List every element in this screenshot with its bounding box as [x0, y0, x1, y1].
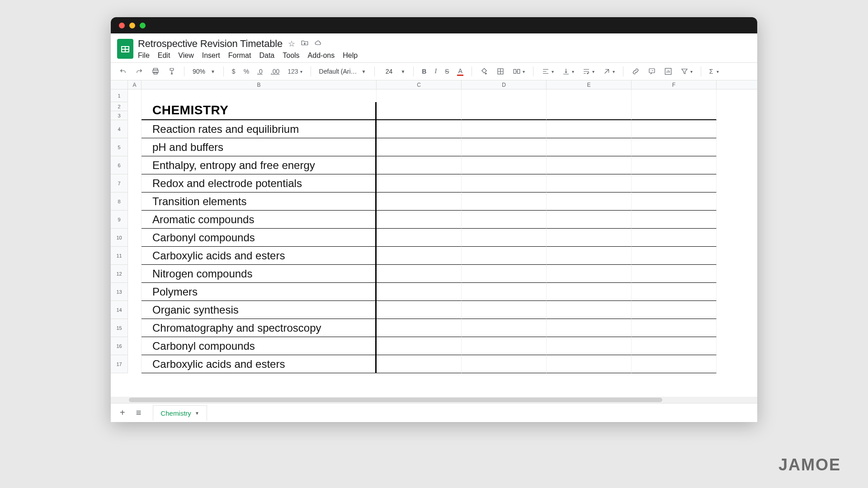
filter-button[interactable]: ▾ [679, 66, 694, 77]
cell[interactable] [377, 337, 462, 355]
cell[interactable] [547, 319, 632, 337]
cell[interactable] [142, 89, 377, 102]
cell[interactable]: Carbonyl compounds [142, 229, 377, 247]
h-align-button[interactable]: ▾ [540, 66, 556, 77]
italic-button[interactable]: I [433, 66, 439, 77]
cell[interactable] [462, 301, 547, 319]
cell[interactable] [377, 247, 462, 265]
cell[interactable] [632, 229, 717, 247]
row-header[interactable]: 11 [111, 247, 127, 265]
functions-button[interactable]: Σ ▾ [708, 66, 721, 77]
cell[interactable] [547, 120, 632, 138]
row-header[interactable]: 16 [111, 337, 127, 355]
v-align-button[interactable]: ▾ [560, 66, 576, 77]
col-header-a[interactable]: A [128, 80, 142, 89]
cell[interactable] [128, 319, 142, 337]
cell[interactable] [128, 229, 142, 247]
cell[interactable] [462, 247, 547, 265]
cell[interactable] [462, 265, 547, 283]
cell[interactable] [632, 102, 717, 111]
cell[interactable] [547, 247, 632, 265]
row-header[interactable]: 10 [111, 229, 127, 247]
cell[interactable]: Carbonyl compounds [142, 337, 377, 355]
menu-tools[interactable]: Tools [283, 52, 299, 60]
row-header[interactable]: 9 [111, 211, 127, 229]
scrollbar-thumb[interactable] [129, 398, 662, 402]
cell[interactable] [547, 265, 632, 283]
cell[interactable]: Nitrogen compounds [142, 265, 377, 283]
horizontal-scrollbar[interactable] [111, 397, 757, 403]
cell[interactable] [547, 283, 632, 301]
zoom-dropdown[interactable]: 90% ▼ [191, 66, 217, 77]
window-maximize-icon[interactable] [140, 23, 146, 28]
cell[interactable] [462, 355, 547, 373]
cell[interactable] [128, 211, 142, 229]
cell[interactable] [377, 283, 462, 301]
star-icon[interactable]: ☆ [288, 39, 295, 49]
cell[interactable] [547, 337, 632, 355]
cell[interactable] [377, 120, 462, 138]
cell[interactable] [462, 111, 547, 120]
select-all-corner[interactable] [111, 80, 128, 89]
cell[interactable] [632, 319, 717, 337]
redo-button[interactable] [133, 66, 145, 77]
cell[interactable] [462, 89, 547, 102]
cell[interactable] [377, 301, 462, 319]
increase-decimal-button[interactable]: .00 [269, 66, 281, 77]
cell-grid[interactable]: CHEMISTRYReaction rates and equilibriump… [128, 89, 757, 397]
cell[interactable] [462, 138, 547, 156]
cell[interactable] [462, 156, 547, 174]
cell[interactable] [632, 283, 717, 301]
cell[interactable] [128, 89, 142, 102]
spreadsheet-area[interactable]: A B C D E F 1234567891011121314151617 CH… [111, 80, 757, 397]
row-header[interactable]: 14 [111, 301, 127, 319]
currency-button[interactable]: $ [230, 66, 237, 77]
cell[interactable]: pH and buffers [142, 138, 377, 156]
cell[interactable] [128, 265, 142, 283]
borders-button[interactable] [495, 66, 506, 77]
row-header[interactable]: 3 [111, 111, 127, 120]
window-minimize-icon[interactable] [129, 23, 135, 28]
cell[interactable]: Enthalpy, entropy and free energy [142, 156, 377, 174]
cell[interactable] [377, 102, 462, 111]
cell[interactable] [547, 355, 632, 373]
cell[interactable] [128, 355, 142, 373]
cell[interactable] [128, 111, 142, 120]
cell[interactable]: Reaction rates and equilibrium [142, 120, 377, 138]
cloud-status-icon[interactable] [314, 39, 322, 49]
cell[interactable] [377, 138, 462, 156]
cell[interactable] [632, 265, 717, 283]
cell[interactable] [632, 211, 717, 229]
row-header[interactable]: 6 [111, 156, 127, 174]
undo-button[interactable] [117, 66, 129, 77]
sheets-logo-icon[interactable] [117, 39, 133, 59]
menu-addons[interactable]: Add-ons [308, 52, 335, 60]
row-header[interactable]: 17 [111, 355, 127, 373]
menu-view[interactable]: View [178, 52, 193, 60]
row-header[interactable]: 13 [111, 283, 127, 301]
text-color-button[interactable]: A [455, 66, 465, 78]
cell[interactable] [377, 319, 462, 337]
cell[interactable] [128, 337, 142, 355]
font-size-dropdown[interactable]: 24 ▼ [381, 66, 407, 77]
cell[interactable] [462, 337, 547, 355]
cell[interactable] [462, 174, 547, 192]
insert-comment-button[interactable] [646, 66, 658, 77]
menu-file[interactable]: File [138, 52, 150, 60]
print-button[interactable] [150, 66, 161, 77]
document-title[interactable]: Retrospective Revision Timetable [138, 38, 283, 50]
number-format-dropdown[interactable]: 123▾ [286, 66, 304, 77]
fill-color-button[interactable] [478, 66, 490, 77]
cell[interactable] [632, 111, 717, 120]
decrease-decimal-button[interactable]: .0 [255, 66, 264, 77]
cell[interactable] [128, 192, 142, 211]
cell[interactable] [128, 102, 142, 111]
font-dropdown[interactable]: Default (Ari…▼ [317, 66, 368, 77]
all-sheets-button[interactable]: ≡ [132, 408, 145, 418]
cell[interactable] [547, 301, 632, 319]
cell[interactable] [377, 192, 462, 211]
add-sheet-button[interactable]: + [116, 408, 129, 418]
cell[interactable] [632, 138, 717, 156]
strikethrough-button[interactable]: S [443, 66, 451, 77]
cell[interactable] [128, 283, 142, 301]
